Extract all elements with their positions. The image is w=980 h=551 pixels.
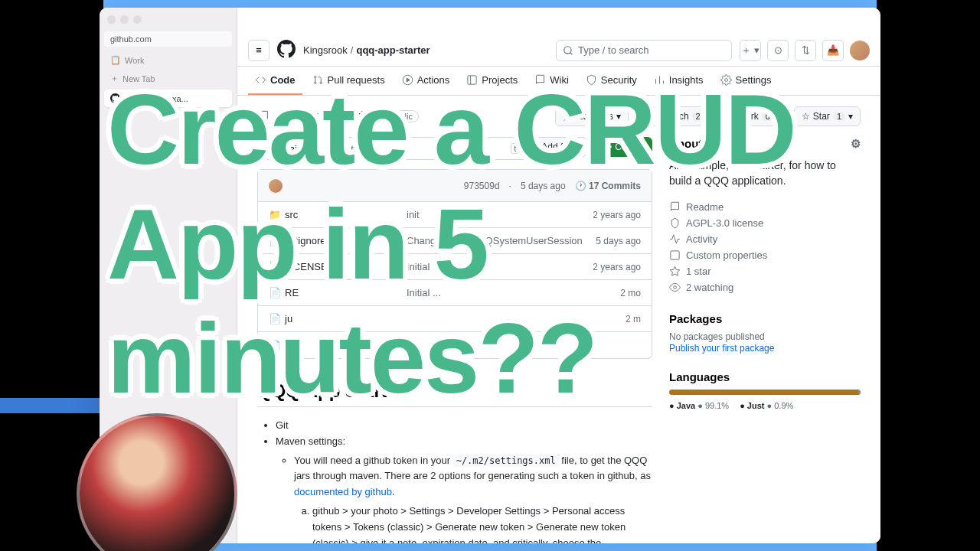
svg-point-2 bbox=[564, 46, 571, 53]
file-row[interactable]: 📄ju2 m bbox=[258, 306, 652, 332]
inbox-icon[interactable]: 📥 bbox=[822, 40, 844, 61]
add-file-button[interactable]: Add file ▾ bbox=[534, 137, 587, 157]
license-link[interactable]: AGPL-3.0 license bbox=[669, 215, 861, 231]
browser-tab[interactable]: -starter: An exa... bbox=[104, 90, 232, 107]
svg-marker-16 bbox=[670, 266, 680, 276]
repo-icon bbox=[257, 110, 270, 122]
custom-properties-link[interactable]: Custom properties bbox=[669, 247, 861, 263]
languages-heading: Languages bbox=[669, 370, 861, 383]
github-icon bbox=[110, 93, 120, 103]
address-bar[interactable]: github.com bbox=[104, 31, 232, 47]
readme-content: Git Maven settings: You will need a gith… bbox=[257, 418, 652, 543]
edit-pins-button[interactable]: 📌 Edit Pins ▾ bbox=[555, 106, 629, 126]
tab-insights[interactable]: Insights bbox=[647, 67, 710, 95]
watching-link[interactable]: 2 watching bbox=[669, 279, 861, 295]
readme-heading: QQQ App Starter bbox=[257, 380, 652, 407]
readme-link[interactable]: Readme bbox=[669, 199, 861, 215]
fork-button[interactable]: ⑂ Fork 0 ▾ bbox=[724, 106, 789, 126]
github-header: ≡ Kingsrook / qqq-app-starter Type / to … bbox=[237, 34, 880, 67]
goto-file-input[interactable]: Go to filet bbox=[326, 137, 528, 160]
repo-header: qqq-app-starter Public 📌 Edit Pins ▾ 👁 U… bbox=[237, 96, 880, 137]
code-button[interactable]: <> Code ▾ bbox=[593, 137, 652, 157]
latest-commit[interactable]: 973509d · 5 days ago 🕐 17 Commits bbox=[258, 170, 652, 202]
svg-point-4 bbox=[314, 77, 316, 79]
svg-marker-8 bbox=[407, 78, 410, 82]
tab-pull-requests[interactable]: Pull requests bbox=[305, 67, 392, 95]
window-controls[interactable] bbox=[104, 12, 232, 27]
create-button[interactable]: ＋ ▾ bbox=[740, 40, 761, 61]
unwatch-button[interactable]: 👁 Unwatch 2 ▾ bbox=[633, 106, 720, 126]
packages-heading: Packages bbox=[669, 312, 861, 325]
lang-java[interactable]: Java 99.1% bbox=[669, 401, 729, 410]
svg-point-6 bbox=[320, 82, 322, 84]
pull-requests-icon[interactable]: ⇅ bbox=[795, 40, 816, 61]
tab-security[interactable]: Security bbox=[579, 67, 644, 95]
new-tab-button[interactable]: ＋ New Tab bbox=[104, 69, 232, 88]
page-title: qqq-app-starter bbox=[276, 109, 377, 125]
svg-point-5 bbox=[314, 82, 316, 84]
svg-rect-15 bbox=[671, 251, 679, 259]
sidebar: About⚙ An example, or a starter, for how… bbox=[669, 137, 861, 543]
publish-package-link[interactable]: Publish your first package bbox=[669, 343, 774, 354]
commits-link[interactable]: 🕐 17 Commits bbox=[575, 181, 641, 191]
search-input[interactable]: Type / to search bbox=[556, 40, 732, 61]
file-row[interactable]: 📄po bbox=[258, 332, 652, 358]
svg-rect-9 bbox=[468, 76, 476, 84]
tab-code[interactable]: Code bbox=[248, 67, 302, 95]
file-row[interactable]: 📄LICENSEInitial version2 years ago bbox=[258, 254, 652, 280]
svg-line-3 bbox=[570, 52, 573, 54]
menu-button[interactable]: ≡ bbox=[248, 40, 270, 61]
commit-avatar bbox=[269, 179, 283, 193]
gear-icon[interactable]: ⚙ bbox=[851, 137, 861, 151]
repo-description: An example, or a starter, for how to bui… bbox=[669, 158, 861, 188]
svg-point-14 bbox=[724, 79, 727, 82]
github-logo-icon[interactable] bbox=[277, 40, 296, 60]
star-button[interactable]: ☆ Star 1 ▾ bbox=[794, 106, 861, 126]
tab-actions[interactable]: Actions bbox=[395, 67, 457, 95]
stars-link[interactable]: 1 star bbox=[669, 263, 861, 279]
breadcrumb: Kingsrook / qqq-app-starter bbox=[303, 44, 430, 56]
file-row[interactable]: 📄REInitial ...2 mo bbox=[258, 280, 652, 306]
file-list: 973509d · 5 days ago 🕐 17 Commits 📁srcin… bbox=[257, 169, 652, 359]
owner-link[interactable]: Kingsrook bbox=[303, 44, 348, 56]
sidebar-bookmarks[interactable]: 📋 Work bbox=[104, 51, 232, 69]
visibility-badge: Public bbox=[384, 110, 419, 122]
file-row[interactable]: 📄.gitignoreChange ... to use QSystemUser… bbox=[258, 228, 652, 254]
tab-wiki[interactable]: Wiki bbox=[528, 67, 576, 95]
activity-link[interactable]: Activity bbox=[669, 231, 861, 247]
branch-select[interactable]: ⌥ main ▾ bbox=[257, 137, 320, 160]
doc-link[interactable]: documented by github bbox=[294, 486, 392, 497]
language-bar bbox=[669, 390, 861, 395]
tab-projects[interactable]: Projects bbox=[459, 67, 524, 95]
avatar[interactable] bbox=[850, 41, 870, 60]
tab-settings[interactable]: Settings bbox=[714, 67, 779, 95]
issues-icon[interactable]: ⊙ bbox=[767, 40, 789, 61]
repo-nav: Code Pull requests Actions Projects Wiki… bbox=[237, 67, 880, 96]
svg-point-17 bbox=[674, 286, 677, 289]
search-icon bbox=[563, 45, 573, 56]
repo-link[interactable]: qqq-app-starter bbox=[356, 44, 430, 56]
file-row[interactable]: 📁srcinit2 years ago bbox=[258, 202, 652, 228]
lang-just[interactable]: Just 0.9% bbox=[740, 401, 793, 410]
page-content: ≡ Kingsrook / qqq-app-starter Type / to … bbox=[237, 8, 880, 543]
